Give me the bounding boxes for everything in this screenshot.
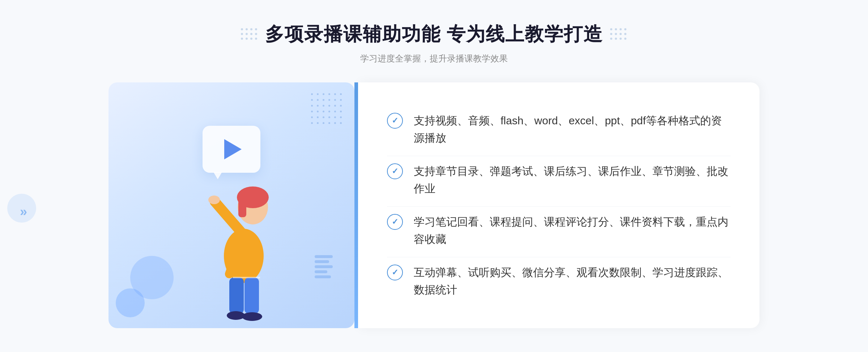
check-icon-1: ✓ xyxy=(387,113,403,129)
accent-bar xyxy=(354,82,358,328)
card-dots-decoration xyxy=(311,93,344,126)
feature-item-2: ✓ 支持章节目录、弹题考试、课后练习、课后作业、章节测验、批改作业 xyxy=(387,156,731,204)
feature-item-3: ✓ 学习笔记回看、课程提问、课程评论打分、课件资料下载，重点内容收藏 xyxy=(387,206,731,254)
title-row: 多项录播课辅助功能 专为线上教学打造 xyxy=(241,22,627,47)
svg-point-9 xyxy=(242,312,262,321)
page-container: » 多项录播课辅助功能 专为线上教学打造 学习进度全掌握，提升录播课教学效果 xyxy=(0,0,868,352)
illustration-card xyxy=(109,82,354,328)
page-subtitle: 学习进度全掌握，提升录播课教学效果 xyxy=(241,53,627,64)
svg-rect-3 xyxy=(238,197,246,217)
svg-rect-6 xyxy=(229,278,244,314)
features-card: ✓ 支持视频、音频、flash、word、excel、ppt、pdf等各种格式的… xyxy=(358,82,760,328)
page-title: 多项录播课辅助功能 专为线上教学打造 xyxy=(265,22,603,47)
main-content: ✓ 支持视频、音频、flash、word、excel、ppt、pdf等各种格式的… xyxy=(109,82,760,328)
check-icon-3: ✓ xyxy=(387,214,403,230)
circle-deco-2 xyxy=(116,288,145,317)
chevron-left-page-icon: » xyxy=(20,204,27,219)
title-deco-left xyxy=(241,28,258,40)
feature-text-4: 互动弹幕、试听购买、微信分享、观看次数限制、学习进度跟踪、数据统计 xyxy=(414,264,731,299)
title-deco-right xyxy=(610,28,627,40)
svg-point-10 xyxy=(208,196,220,204)
svg-rect-7 xyxy=(244,278,259,314)
feature-text-1: 支持视频、音频、flash、word、excel、ppt、pdf等各种格式的资源… xyxy=(414,112,731,147)
lines-deco xyxy=(315,249,333,285)
figure-illustration xyxy=(182,155,305,328)
svg-point-8 xyxy=(227,311,245,320)
header-section: 多项录播课辅助功能 专为线上教学打造 学习进度全掌握，提升录播课教学效果 xyxy=(241,22,627,64)
feature-item-1: ✓ 支持视频、音频、flash、word、excel、ppt、pdf等各种格式的… xyxy=(387,106,731,153)
feature-item-4: ✓ 互动弹幕、试听购买、微信分享、观看次数限制、学习进度跟踪、数据统计 xyxy=(387,257,731,305)
feature-text-2: 支持章节目录、弹题考试、课后练习、课后作业、章节测验、批改作业 xyxy=(414,163,731,197)
check-icon-2: ✓ xyxy=(387,163,403,179)
feature-text-3: 学习笔记回看、课程提问、课程评论打分、课件资料下载，重点内容收藏 xyxy=(414,213,731,248)
check-icon-4: ✓ xyxy=(387,265,403,280)
